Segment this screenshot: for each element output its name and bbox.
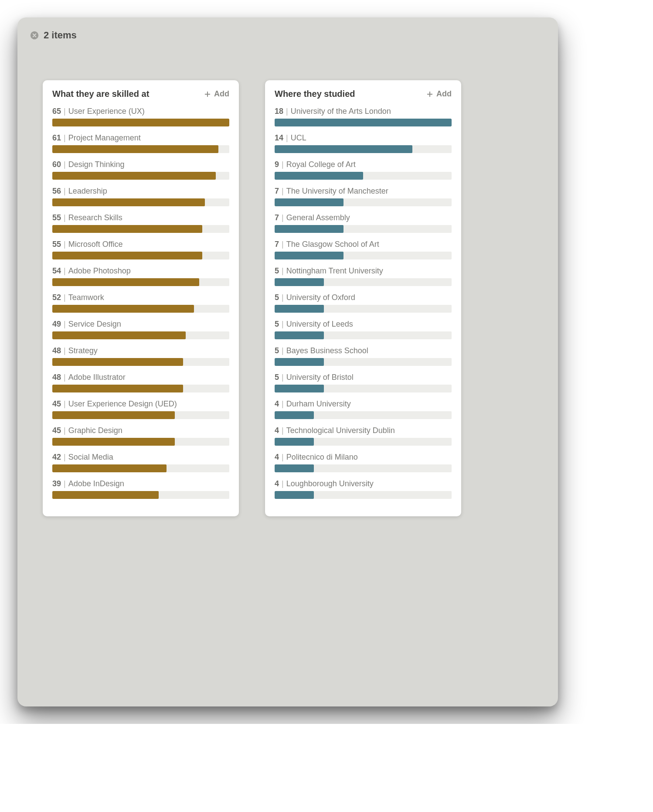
bar-value: 4 [275,399,279,409]
bar-item[interactable]: 18|University of the Arts London [275,107,452,126]
bar-track [52,278,229,286]
bar-label-row: 52|Teamwork [52,293,229,302]
bar-separator: | [64,346,66,355]
bar-fill [52,331,186,339]
bar-value: 65 [52,107,61,116]
bar-item[interactable]: 5|Nottingham Trent University [275,266,452,286]
bar-item[interactable]: 9|Royal College of Art [275,160,452,180]
bar-label: Politecnico di Milano [286,453,358,462]
bar-label: University of the Arts London [291,107,391,116]
bar-fill [275,198,344,206]
bar-item[interactable]: 48|Adobe Illustrator [52,373,229,392]
bar-item[interactable]: 54|Adobe Photoshop [52,266,229,286]
bar-label: University of Oxford [286,293,355,302]
bar-item[interactable]: 7|General Assembly [275,213,452,233]
bar-track [275,385,452,392]
add-button[interactable]: Add [204,89,229,99]
panel-header: 2 items [30,30,546,41]
bar-value: 56 [52,187,61,196]
bar-value: 9 [275,160,279,169]
plus-icon [426,90,434,98]
bar-separator: | [64,133,66,143]
bar-label-row: 42|Social Media [52,453,229,462]
bar-fill [275,305,324,313]
bar-label-row: 18|University of the Arts London [275,107,452,116]
bar-item[interactable]: 45|Graphic Design [52,426,229,446]
bar-item[interactable]: 5|University of Bristol [275,373,452,392]
bar-label-row: 5|University of Leeds [275,320,452,329]
panel-title: 2 items [44,30,77,41]
bar-item[interactable]: 7|The University of Manchester [275,187,452,206]
bar-item[interactable]: 49|Service Design [52,320,229,339]
bar-fill [52,225,202,233]
bar-label-row: 65|User Experience (UX) [52,107,229,116]
bar-label: Technological University Dublin [286,426,395,435]
bar-label-row: 4|Politecnico di Milano [275,453,452,462]
bar-label: Adobe Photoshop [68,266,131,276]
bar-item[interactable]: 56|Leadership [52,187,229,206]
add-button[interactable]: Add [426,89,452,99]
bar-item[interactable]: 61|Project Management [52,133,229,153]
bar-fill [52,385,183,392]
bar-item[interactable]: 45|User Experience Design (UED) [52,399,229,419]
bar-label-row: 5|Bayes Business School [275,346,452,355]
bar-value: 5 [275,266,279,276]
close-icon[interactable] [30,31,39,40]
bar-item[interactable]: 5|Bayes Business School [275,346,452,366]
bar-label-row: 4|Durham University [275,399,452,409]
bar-label-row: 54|Adobe Photoshop [52,266,229,276]
bar-track [52,172,229,180]
bar-label: University of Leeds [286,320,353,329]
bar-item[interactable]: 39|Adobe InDesign [52,479,229,499]
bar-separator: | [282,479,284,488]
bar-label: UCL [291,133,306,143]
bar-item[interactable]: 65|User Experience (UX) [52,107,229,126]
bar-item[interactable]: 7|The Glasgow School of Art [275,240,452,259]
bar-label-row: 55|Microsoft Office [52,240,229,249]
bar-track [52,331,229,339]
bar-separator: | [64,373,66,382]
card-header: What they are skilled atAdd [52,89,229,99]
bar-value: 5 [275,373,279,382]
bar-value: 42 [52,453,61,462]
bar-fill [52,172,216,180]
bar-item[interactable]: 55|Microsoft Office [52,240,229,259]
bar-track [275,411,452,419]
bar-separator: | [282,240,284,249]
bar-item[interactable]: 52|Teamwork [52,293,229,313]
bar-item[interactable]: 48|Strategy [52,346,229,366]
bar-item[interactable]: 42|Social Media [52,453,229,472]
bar-value: 45 [52,426,61,435]
bar-track [275,331,452,339]
bar-separator: | [64,479,66,488]
bar-separator: | [282,266,284,276]
bar-label-row: 7|General Assembly [275,213,452,222]
bar-item[interactable]: 14|UCL [275,133,452,153]
bar-item[interactable]: 4|Durham University [275,399,452,419]
bar-label-row: 49|Service Design [52,320,229,329]
bar-item[interactable]: 4|Loughborough University [275,479,452,499]
bar-item[interactable]: 60|Design Thinking [52,160,229,180]
bar-value: 60 [52,160,61,169]
bar-label: Adobe InDesign [68,479,124,488]
bar-item[interactable]: 4|Technological University Dublin [275,426,452,446]
bar-label: Nottingham Trent University [286,266,383,276]
bar-separator: | [282,160,284,169]
bar-label: General Assembly [286,213,350,222]
bar-item[interactable]: 5|University of Oxford [275,293,452,313]
bar-fill [52,198,205,206]
bar-item[interactable]: 4|Politecnico di Milano [275,453,452,472]
bar-label: The Glasgow School of Art [286,240,379,249]
bar-item[interactable]: 5|University of Leeds [275,320,452,339]
bar-value: 5 [275,346,279,355]
bar-value: 5 [275,293,279,302]
bar-separator: | [282,293,284,302]
bar-track [275,145,452,153]
bar-track [275,464,452,472]
bar-fill [52,145,218,153]
bar-separator: | [64,240,66,249]
bar-track [52,305,229,313]
bar-value: 54 [52,266,61,276]
bar-item[interactable]: 55|Research Skills [52,213,229,233]
bar-label-row: 5|University of Oxford [275,293,452,302]
